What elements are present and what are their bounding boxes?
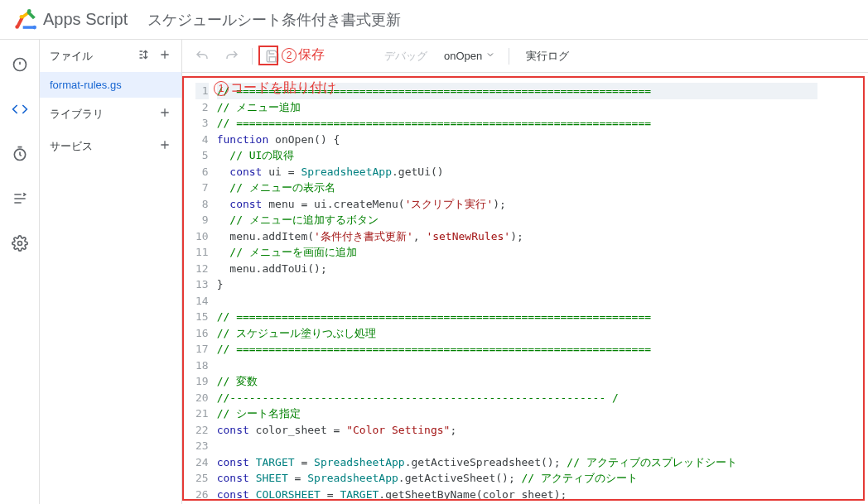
app-header: Apps Script スケジュールシート条件付き書式更新 — [0, 0, 868, 40]
apps-script-logo-icon — [13, 7, 36, 32]
code-editor[interactable]: 1 コードを貼り付け 12345678910111213141516171819… — [182, 76, 865, 501]
rail-settings[interactable] — [5, 228, 35, 258]
files-label: ファイル — [50, 49, 93, 64]
svg-point-6 — [17, 242, 22, 246]
function-selected-label: onOpen — [444, 50, 482, 62]
product-name: Apps Script — [43, 10, 128, 29]
left-rail — [0, 40, 40, 504]
save-button[interactable] — [259, 43, 286, 70]
add-service-icon[interactable] — [158, 138, 171, 154]
sidebar-libraries[interactable]: ライブラリ — [40, 98, 181, 130]
libraries-label: ライブラリ — [50, 107, 104, 122]
sidebar-services[interactable]: サービス — [40, 130, 181, 162]
sort-icon[interactable] — [138, 48, 152, 64]
rail-triggers[interactable] — [5, 139, 35, 169]
rail-executions[interactable] — [5, 184, 35, 214]
sidebar: ファイル format-rules.gs ライブラリ サービス — [40, 40, 182, 504]
code-content[interactable]: // =====================================… — [217, 78, 817, 501]
separator — [252, 48, 253, 65]
separator — [509, 48, 509, 65]
svg-point-1 — [20, 15, 24, 19]
undo-button[interactable] — [189, 43, 215, 70]
add-library-icon[interactable] — [158, 106, 171, 122]
redo-button[interactable] — [219, 43, 245, 70]
svg-point-0 — [15, 25, 19, 29]
rail-overview[interactable] — [5, 50, 35, 79]
editor-area: デバッグ onOpen 実行ログ 2 保存 1 コードを貼り付け 1234567… — [182, 40, 868, 504]
editor-toolbar: デバッグ onOpen 実行ログ 2 保存 — [182, 40, 868, 73]
annotation-save: 2 保存 — [282, 46, 325, 64]
sidebar-file-format-rules[interactable]: format-rules.gs — [40, 72, 181, 98]
debug-button[interactable]: デバッグ — [378, 49, 434, 64]
add-file-icon[interactable] — [158, 48, 171, 64]
execution-log-button[interactable]: 実行ログ — [516, 49, 579, 64]
sidebar-files-header: ファイル — [40, 40, 181, 72]
function-select[interactable]: onOpen — [437, 50, 502, 62]
rail-editor[interactable] — [5, 94, 35, 124]
logo: Apps Script — [13, 7, 128, 32]
chevron-down-icon — [485, 50, 495, 62]
services-label: サービス — [50, 139, 93, 154]
svg-point-2 — [27, 9, 31, 13]
svg-point-3 — [32, 26, 36, 30]
line-gutter: 1234567891011121314151617181920212223242… — [184, 78, 217, 501]
project-title[interactable]: スケジュールシート条件付き書式更新 — [147, 10, 401, 30]
